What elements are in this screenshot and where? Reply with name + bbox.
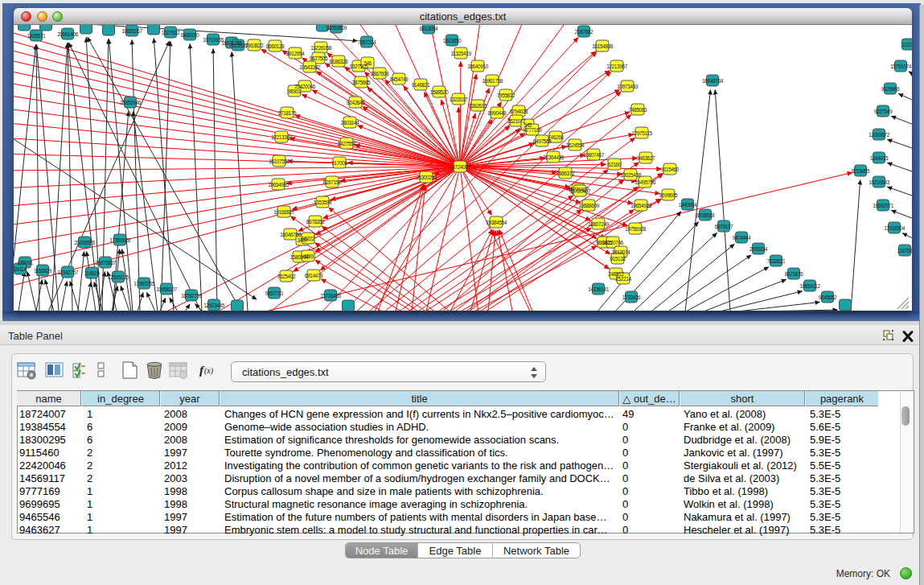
svg-text:1440954: 1440954 xyxy=(679,202,697,208)
svg-text:19654923: 19654923 xyxy=(630,203,652,208)
svg-text:2935114: 2935114 xyxy=(749,246,768,252)
svg-text:7886372: 7886372 xyxy=(556,171,575,176)
svg-text:10958107: 10958107 xyxy=(156,286,178,292)
svg-text:17957255: 17957255 xyxy=(133,281,155,286)
svg-text:9474444: 9474444 xyxy=(733,235,751,241)
svg-text:9857791: 9857791 xyxy=(265,290,284,296)
svg-text:12213369: 12213369 xyxy=(271,134,293,140)
svg-text:6466160: 6466160 xyxy=(181,32,199,38)
svg-text:12342757: 12342757 xyxy=(57,270,79,275)
svg-text:114519: 114519 xyxy=(84,270,101,276)
svg-text:15751074: 15751074 xyxy=(890,64,912,69)
svg-text:1322037: 1322037 xyxy=(450,97,468,102)
svg-text:8186328: 8186328 xyxy=(330,59,348,64)
svg-text:16154808: 16154808 xyxy=(592,43,614,49)
svg-text:11123: 11123 xyxy=(901,42,912,47)
svg-text:7955812: 7955812 xyxy=(497,93,515,98)
svg-text:16782759: 16782759 xyxy=(181,293,203,299)
svg-text:6497568: 6497568 xyxy=(533,138,552,144)
svg-text:19692971: 19692971 xyxy=(873,203,894,208)
svg-text:15720407: 15720407 xyxy=(569,188,591,194)
svg-text:25300293: 25300293 xyxy=(416,175,437,180)
svg-text:3912954: 3912954 xyxy=(286,51,305,56)
svg-text:15495796: 15495796 xyxy=(634,179,656,185)
svg-text:19654985: 19654985 xyxy=(268,182,290,187)
svg-text:1921850: 1921850 xyxy=(443,38,462,43)
svg-text:12505135: 12505135 xyxy=(108,274,129,280)
svg-text:9827505: 9827505 xyxy=(310,56,328,61)
svg-text:10025438: 10025438 xyxy=(620,172,642,178)
svg-text:6879197: 6879197 xyxy=(715,224,733,229)
svg-text:(x): (x) xyxy=(204,366,214,376)
svg-text:8938928: 8938928 xyxy=(696,212,715,218)
svg-text:10973493: 10973493 xyxy=(617,84,639,89)
svg-text:9245652: 9245652 xyxy=(819,295,837,300)
svg-text:1405571: 1405571 xyxy=(27,33,46,39)
svg-text:9463627: 9463627 xyxy=(637,155,655,161)
svg-text:1588520: 1588520 xyxy=(430,89,449,95)
svg-text:116753: 116753 xyxy=(897,248,912,253)
svg-text:2087682: 2087682 xyxy=(575,29,593,35)
svg-text:16648784: 16648784 xyxy=(702,78,724,84)
svg-text:1733426: 1733426 xyxy=(622,295,641,300)
svg-text:16053809: 16053809 xyxy=(326,25,347,31)
svg-text:16107552: 16107552 xyxy=(269,159,290,164)
svg-text:15716485: 15716485 xyxy=(320,293,342,299)
svg-text:19756928: 19756928 xyxy=(625,226,647,232)
svg-text:7625402: 7625402 xyxy=(277,274,296,279)
svg-text:17359928: 17359928 xyxy=(109,237,131,243)
svg-text:546: 546 xyxy=(363,60,372,66)
svg-text:10688609: 10688609 xyxy=(578,203,600,208)
svg-text:20691406: 20691406 xyxy=(57,31,79,37)
svg-text:3624554: 3624554 xyxy=(566,142,585,148)
svg-text:8454749: 8454749 xyxy=(390,76,409,82)
svg-text:252214: 252214 xyxy=(615,276,631,282)
svg-text:18807249: 18807249 xyxy=(588,221,610,227)
svg-text:10654112: 10654112 xyxy=(799,283,820,289)
svg-text:12975115: 12975115 xyxy=(631,130,652,136)
svg-text:12213967: 12213967 xyxy=(606,64,628,69)
svg-text:8990448: 8990448 xyxy=(488,110,507,116)
svg-text:1362615: 1362615 xyxy=(469,103,487,109)
svg-text:915132: 915132 xyxy=(610,256,626,262)
svg-text:7857224: 7857224 xyxy=(358,39,376,45)
svg-text:9115460: 9115460 xyxy=(661,167,680,172)
svg-text:10807467: 10807467 xyxy=(583,152,605,158)
svg-text:3875685: 3875685 xyxy=(352,80,371,85)
svg-text:8471676: 8471676 xyxy=(785,271,803,277)
svg-text:18640910: 18640910 xyxy=(467,64,489,69)
svg-text:2718176: 2718176 xyxy=(278,110,297,116)
svg-text:16961758: 16961758 xyxy=(482,78,503,84)
svg-text:2867608: 2867608 xyxy=(371,71,389,76)
svg-text:12923445: 12923445 xyxy=(203,303,225,308)
svg-text:8427552: 8427552 xyxy=(338,141,356,146)
svg-text:17016504: 17016504 xyxy=(884,225,906,231)
svg-text:19384554: 19384554 xyxy=(486,220,507,225)
svg-text:16210643: 16210643 xyxy=(869,179,890,185)
svg-text:11325419: 11325419 xyxy=(450,51,471,56)
svg-text:6794028: 6794028 xyxy=(510,109,528,114)
svg-text:8660128: 8660128 xyxy=(266,43,285,49)
svg-text:16046768: 16046768 xyxy=(280,232,302,237)
svg-text:1527602: 1527602 xyxy=(162,30,180,35)
svg-text:62160: 62160 xyxy=(608,162,622,167)
svg-text:98222: 98222 xyxy=(302,236,315,241)
svg-text:39114: 39114 xyxy=(14,266,27,272)
svg-text:10655267: 10655267 xyxy=(121,28,143,34)
svg-text:135061: 135061 xyxy=(17,260,33,266)
svg-text:18724007: 18724007 xyxy=(450,164,471,170)
svg-text:8267150: 8267150 xyxy=(323,179,342,185)
svg-text:29975887: 29975887 xyxy=(95,260,117,266)
svg-text:1612074: 1612074 xyxy=(612,249,630,255)
svg-text:1244415: 1244415 xyxy=(870,155,889,161)
svg-text:9329966: 9329966 xyxy=(881,86,900,92)
svg-text:16120746: 16120746 xyxy=(602,240,624,245)
svg-text:7485063: 7485063 xyxy=(629,107,647,113)
svg-text:12093872: 12093872 xyxy=(869,132,890,138)
svg-text:6914479: 6914479 xyxy=(305,273,323,278)
svg-text:19166827: 19166827 xyxy=(273,209,295,215)
svg-text:8215955: 8215955 xyxy=(852,168,870,174)
svg-text:9777169: 9777169 xyxy=(524,127,542,133)
svg-text:98901: 98901 xyxy=(288,89,302,94)
svg-text:1156829: 1156829 xyxy=(34,268,52,274)
